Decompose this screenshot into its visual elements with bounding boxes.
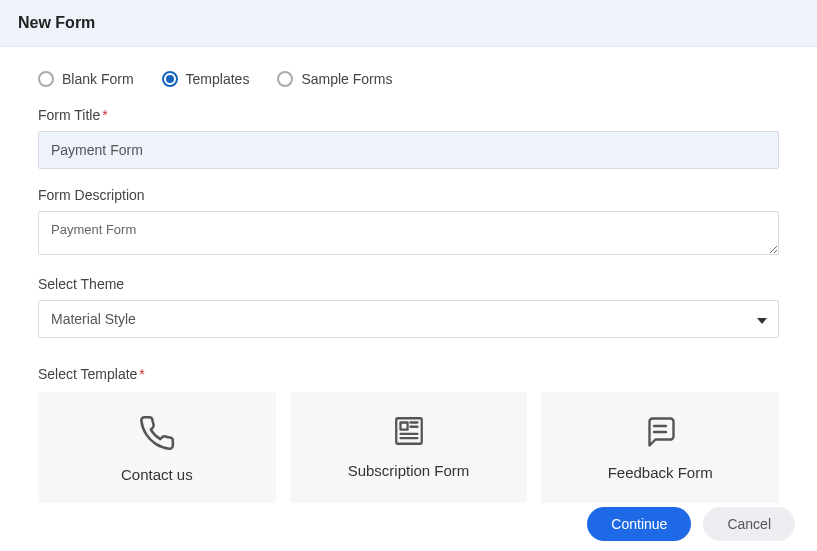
cancel-button[interactable]: Cancel <box>703 507 795 541</box>
template-card-subscription[interactable]: Subscription Form <box>290 392 528 503</box>
radio-label: Blank Form <box>62 71 134 87</box>
form-description-label: Form Description <box>38 187 779 203</box>
template-cards-row: Contact us Subscription Form <box>38 392 779 503</box>
template-label: Contact us <box>48 466 266 483</box>
required-asterisk: * <box>102 107 107 123</box>
template-label: Feedback Form <box>551 464 769 481</box>
dialog-footer: Continue Cancel <box>587 507 795 541</box>
continue-button[interactable]: Continue <box>587 507 691 541</box>
template-label: Subscription Form <box>300 462 518 479</box>
radio-icon <box>162 71 178 87</box>
dialog-header: New Form <box>0 0 817 47</box>
form-source-radio-group: Blank Form Templates Sample Forms <box>38 71 779 87</box>
select-theme-dropdown[interactable]: Material Style <box>38 300 779 338</box>
form-title-group: Form Title* <box>38 107 779 169</box>
select-theme-group: Select Theme Material Style <box>38 276 779 338</box>
dialog-content: Blank Form Templates Sample Forms Form T… <box>0 47 817 503</box>
svg-rect-1 <box>400 423 407 430</box>
radio-templates[interactable]: Templates <box>162 71 250 87</box>
template-card-feedback[interactable]: Feedback Form <box>541 392 779 503</box>
radio-blank-form[interactable]: Blank Form <box>38 71 134 87</box>
radio-icon <box>38 71 54 87</box>
form-title-input[interactable] <box>38 131 779 169</box>
select-template-group: Select Template* Contact us <box>38 366 779 503</box>
label-text: Form Title <box>38 107 100 123</box>
form-description-group: Form Description <box>38 187 779 258</box>
radio-label: Sample Forms <box>301 71 392 87</box>
required-asterisk: * <box>139 366 144 382</box>
radio-icon <box>277 71 293 87</box>
label-text: Select Template <box>38 366 137 382</box>
dialog-title: New Form <box>18 14 799 32</box>
radio-sample-forms[interactable]: Sample Forms <box>277 71 392 87</box>
message-square-icon <box>551 414 769 450</box>
form-title-label: Form Title* <box>38 107 779 123</box>
newspaper-icon <box>300 414 518 448</box>
form-description-input[interactable] <box>38 211 779 255</box>
radio-label: Templates <box>186 71 250 87</box>
phone-icon <box>48 414 266 452</box>
select-template-label: Select Template* <box>38 366 779 382</box>
select-theme-label: Select Theme <box>38 276 779 292</box>
select-theme-wrap: Material Style <box>38 300 779 338</box>
template-card-contact[interactable]: Contact us <box>38 392 276 503</box>
